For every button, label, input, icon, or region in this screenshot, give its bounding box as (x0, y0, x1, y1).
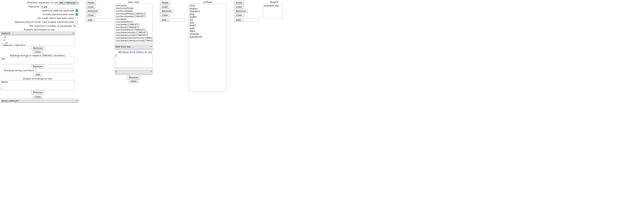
evasive-list[interactable]: ....// ...// ...../// .{BREAK}.{BREAK}/ (1, 35, 75, 46)
webroots-add-input[interactable] (95, 18, 111, 22)
windows-drive-list[interactable]: C (115, 54, 153, 68)
webroots-list[interactable]: /var/www /usr/local/httpd /usr/local/www… (115, 4, 153, 43)
webroots-addfromlist-combo[interactable]: Add from list ... (115, 44, 153, 50)
windows-drive-combo[interactable]: C (115, 68, 153, 75)
breakup-list[interactable]: 20 (1, 57, 75, 64)
targets-heading: Targets (263, 1, 285, 4)
targets-add-button[interactable]: Add (234, 18, 242, 22)
max-traversals-label: The maximum number of traversals: (29, 24, 72, 27)
chevron-down-icon (150, 46, 152, 47)
lfi-mode-checkbox[interactable] (76, 17, 78, 19)
max-traversals-input[interactable] (73, 24, 78, 28)
webroots-clear-button[interactable]: Clear (86, 13, 96, 17)
breakup-strings-label: Breakup strings to replace {BREAK} (asci… (10, 54, 66, 57)
targets-remove-button[interactable]: Remove (234, 9, 248, 13)
windows-drive-remove-button[interactable]: Remove (127, 76, 140, 79)
lfi-mode-label: LFI mode (don't use web roots) (38, 17, 74, 20)
breakup-string-label: Breakup-string (asciihex): (4, 69, 34, 72)
output-encodings-clear-button[interactable]: Clear (33, 95, 43, 98)
optimize-webroot-checkbox[interactable] (76, 10, 78, 12)
suffixes-add-input[interactable] (169, 18, 185, 22)
webroots-remove-button[interactable]: Remove (86, 9, 99, 13)
webroots-paste-button[interactable]: Paste (86, 1, 96, 4)
optimize-webroot-label: Optimize webroot payloads (42, 9, 74, 12)
targets-list[interactable]: example.org (263, 4, 283, 18)
dirsep-label: Directory separator to use (27, 1, 58, 4)
webroots-addfromlist-value: Add from list ... (116, 46, 134, 48)
breakup-remove-button[interactable]: Remove (31, 64, 45, 68)
breakup-string-input[interactable] (35, 68, 73, 72)
suffixes-load-button[interactable]: Load (160, 5, 170, 9)
suffixes-heading: Suffixes (189, 1, 227, 4)
filename-input[interactable] (40, 5, 78, 8)
evasive-label: Evasive techniques to use: (24, 28, 55, 31)
output-encodings-list[interactable]: None (1, 80, 75, 90)
output-encodings-remove-button[interactable]: Remove (31, 90, 45, 94)
output-encodings-combo[interactable]: None (default) (1, 99, 78, 103)
include-absolute-label: Include absolute web roots (42, 13, 74, 16)
chevron-down-icon (76, 100, 78, 101)
include-absolute-checkbox[interactable] (76, 13, 78, 16)
targets-paste-button[interactable]: Paste (234, 1, 244, 4)
evasive-clear-button[interactable]: Clear (33, 50, 43, 54)
suffixes-clear-button[interactable]: Clear (160, 13, 170, 17)
suffixes-list[interactable]: html htdocs httpdocs php public src site… (189, 4, 227, 92)
evasive-remove-button[interactable]: Remove (31, 46, 45, 50)
optimize-lfi-checkbox[interactable] (76, 21, 78, 23)
targets-add-input[interactable] (243, 18, 259, 22)
evasive-combo-value: Default (2, 32, 10, 34)
optimize-lfi-label: Optimize the LFI mode (use longest trave… (14, 20, 74, 23)
suffixes-paste-button[interactable]: Paste (160, 1, 170, 4)
suffixes-add-button[interactable]: Add (160, 18, 168, 22)
targets-load-button[interactable]: Load (234, 5, 244, 9)
output-encodings-combo-value: None (default) (2, 100, 19, 102)
output-encodings-label: Output encodings to use: (23, 77, 53, 80)
breakup-add-button[interactable]: Add (34, 73, 42, 76)
evasive-combo[interactable]: Default (1, 31, 75, 35)
chevron-down-icon (150, 71, 152, 72)
webroots-load-button[interactable]: Load (86, 5, 95, 9)
windows-drive-clear-button[interactable]: Clear (128, 79, 139, 83)
windows-drive-combo-value: C (116, 70, 117, 73)
filename-label: Filename: (28, 5, 40, 8)
webroots-heading: web roots (115, 1, 153, 4)
suffixes-remove-button[interactable]: Remove (160, 9, 174, 13)
targets-clear-button[interactable]: Clear (234, 13, 244, 17)
chevron-down-icon (72, 33, 74, 34)
dirsep-value: Nix / (default) (60, 1, 76, 4)
windows-drive-label: Windows drive letters to use: (115, 51, 153, 53)
chevron-down-icon (77, 2, 78, 3)
dirsep-combo[interactable]: Nix / (default) (58, 1, 78, 4)
webroots-add-button[interactable]: Add (86, 18, 94, 22)
